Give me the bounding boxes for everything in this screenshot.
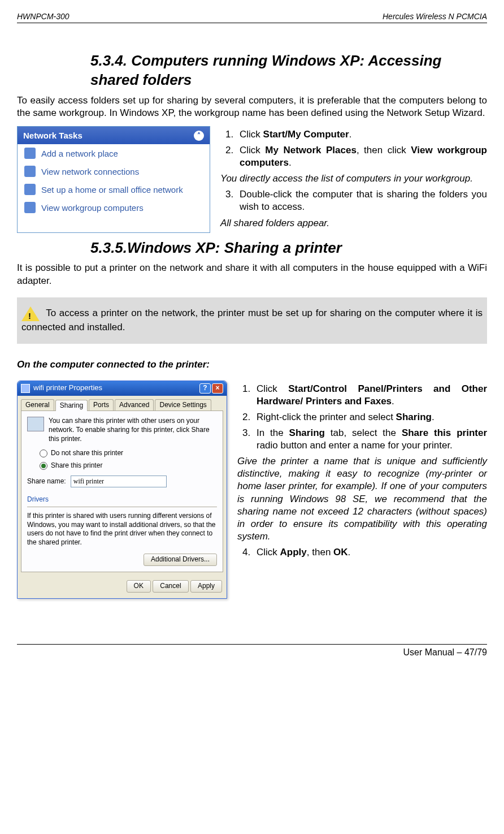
section-534-intro: To easily access folders set up for shar… xyxy=(17,94,487,119)
window-title: wifi printer Properties xyxy=(33,383,102,393)
connections-icon xyxy=(24,166,36,177)
network-tasks-title: Network Tasks xyxy=(23,130,82,141)
apply-button[interactable]: Apply xyxy=(190,580,222,593)
subsection-heading: On the computer connected to the printer… xyxy=(17,358,487,371)
divider xyxy=(27,507,217,507)
ok-button[interactable]: OK xyxy=(127,580,151,593)
step-item: Right-click the printer and select Shari… xyxy=(253,411,487,424)
header-right: Hercules Wireless N PCMCIA xyxy=(383,11,487,21)
home-net-icon xyxy=(24,184,36,195)
header-left: HWNPCM-300 xyxy=(17,11,69,21)
collapse-icon[interactable]: ˄ xyxy=(194,131,204,141)
warning-icon xyxy=(21,306,40,321)
window-titlebar: wifi printer Properties ? × xyxy=(18,381,227,396)
printer-properties-window: wifi printer Properties ? × General Shar… xyxy=(17,381,227,599)
step-item: Click Start/Control Panel/Printers and O… xyxy=(253,383,487,408)
printer-icon xyxy=(21,384,30,393)
section-534-steps: Click Start/My Computer. Click My Networ… xyxy=(220,128,487,169)
radio-icon xyxy=(40,450,47,457)
network-tasks-panel: Network Tasks ˄ Add a network place View… xyxy=(17,126,210,233)
cancel-button[interactable]: Cancel xyxy=(153,580,188,593)
additional-drivers-button[interactable]: Additional Drivers... xyxy=(144,554,217,566)
tab-strip: General Sharing Ports Advanced Device Se… xyxy=(18,396,227,411)
step-item: Double-click the computer that is sharin… xyxy=(236,188,487,213)
share-name-input[interactable] xyxy=(71,476,167,487)
step-note: Give the printer a name that is unique a… xyxy=(237,455,487,543)
section-535-steps: Click Start/Control Panel/Printers and O… xyxy=(237,383,487,452)
section-535-steps-cont: Click Apply, then OK. xyxy=(237,546,487,559)
share-name-label: Share name: xyxy=(27,477,66,486)
section-535-title: 5.3.5.Windows XP: Sharing a printer xyxy=(90,239,487,258)
workgroup-icon xyxy=(24,202,36,213)
drivers-group-title: Drivers xyxy=(27,495,217,504)
step-item: Click My Network Places, then click View… xyxy=(236,144,487,169)
section-534-title: 5.3.4. Computers running Windows XP: Acc… xyxy=(90,51,487,90)
close-icon[interactable]: × xyxy=(212,383,223,394)
tab-sharing[interactable]: Sharing xyxy=(55,400,88,412)
tab-advanced[interactable]: Advanced xyxy=(115,399,154,411)
step-item: In the Sharing tab, select the Share thi… xyxy=(253,427,487,452)
step-item: Click Start/My Computer. xyxy=(236,128,487,141)
page-footer: User Manual – 47/79 xyxy=(17,644,487,659)
network-tasks-titlebar: Network Tasks ˄ xyxy=(18,127,210,145)
sharing-printer-icon xyxy=(27,417,44,431)
radio-icon xyxy=(40,462,47,470)
sharing-description: You can share this printer with other us… xyxy=(49,417,217,443)
page-header: HWNPCM-300 Hercules Wireless N PCMCIA xyxy=(17,11,487,23)
tab-content: You can share this printer with other us… xyxy=(21,410,223,572)
help-icon[interactable]: ? xyxy=(199,383,211,394)
step-note: You directly access the list of computer… xyxy=(220,172,487,185)
warning-callout: To access a printer on the network, the … xyxy=(17,297,487,344)
step-note: All shared folders appear. xyxy=(220,217,487,230)
tab-ports[interactable]: Ports xyxy=(89,399,114,411)
section-534-steps-cont: Double-click the computer that is sharin… xyxy=(220,188,487,213)
section-535-intro: It is possible to put a printer on the n… xyxy=(17,262,487,287)
step-item: Click Apply, then OK. xyxy=(253,546,487,559)
place-icon xyxy=(24,148,36,159)
radio-share[interactable]: Share this printer xyxy=(40,461,217,470)
tab-device-settings[interactable]: Device Settings xyxy=(155,399,211,411)
net-task-item[interactable]: View workgroup computers xyxy=(18,198,210,217)
drivers-description: If this printer is shared with users run… xyxy=(27,512,217,547)
net-task-item[interactable]: Set up a home or small office network xyxy=(18,180,210,198)
tab-general[interactable]: General xyxy=(21,399,54,411)
radio-do-not-share[interactable]: Do not share this printer xyxy=(40,449,217,458)
net-task-item[interactable]: View network connections xyxy=(18,162,210,180)
net-task-item[interactable]: Add a network place xyxy=(18,144,210,162)
